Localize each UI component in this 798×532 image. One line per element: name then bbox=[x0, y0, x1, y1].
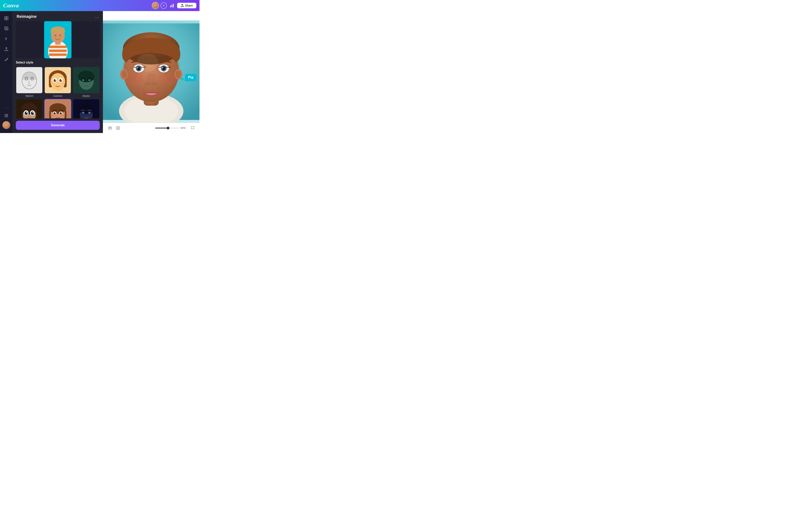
play-button[interactable] bbox=[115, 125, 121, 131]
svg-rect-2 bbox=[173, 4, 174, 7]
analytics-button[interactable] bbox=[168, 2, 175, 9]
svg-point-48 bbox=[60, 82, 64, 84]
sidebar-item-text[interactable]: T bbox=[2, 34, 11, 43]
zoom-slider-thumb[interactable] bbox=[167, 127, 169, 130]
elements-icon bbox=[4, 26, 8, 31]
svg-point-43 bbox=[54, 79, 56, 82]
cartoon-face-svg bbox=[45, 67, 71, 93]
style-item-cartoon[interactable]: Cartoon bbox=[44, 67, 71, 97]
sketch-thumbnail bbox=[16, 67, 42, 93]
svg-point-80 bbox=[78, 103, 94, 114]
style-thumb-anime bbox=[16, 99, 43, 118]
art-face-svg bbox=[45, 99, 71, 118]
style-item-arcane[interactable]: Arcane bbox=[73, 99, 100, 118]
svg-point-11 bbox=[5, 114, 5, 115]
svg-point-44 bbox=[59, 79, 62, 82]
svg-point-77 bbox=[61, 115, 65, 117]
preview-slot-main[interactable] bbox=[44, 21, 72, 58]
svg-point-74 bbox=[55, 112, 55, 113]
svg-point-29 bbox=[54, 35, 56, 37]
header-right: + Share bbox=[152, 2, 196, 9]
svg-point-58 bbox=[21, 103, 37, 114]
style-thumb-cartoon bbox=[44, 67, 71, 94]
svg-point-16 bbox=[7, 115, 8, 116]
mystic-face-svg bbox=[73, 67, 99, 93]
svg-point-13 bbox=[7, 114, 8, 115]
svg-rect-31 bbox=[16, 67, 42, 93]
svg-rect-1 bbox=[172, 4, 172, 7]
style-item-art[interactable]: Art bbox=[44, 99, 71, 118]
style-name-cartoon: Cartoon bbox=[53, 94, 62, 97]
preview-slot-empty-2[interactable] bbox=[72, 21, 100, 58]
sidebar-item-elements[interactable] bbox=[2, 24, 11, 33]
svg-point-100 bbox=[125, 73, 143, 85]
share-icon bbox=[181, 4, 184, 7]
more-options-button[interactable]: ... bbox=[95, 14, 99, 19]
portrait-svg bbox=[103, 21, 200, 123]
zoom-control: 50% bbox=[155, 125, 195, 131]
cartoon-thumbnail bbox=[45, 67, 71, 93]
svg-point-51 bbox=[78, 71, 95, 82]
svg-rect-4 bbox=[6, 16, 8, 18]
style-name-mystic: Mystic bbox=[83, 94, 90, 97]
canvas-content[interactable]: Pia bbox=[103, 21, 200, 123]
share-button[interactable]: Share bbox=[177, 3, 196, 8]
svg-point-65 bbox=[26, 112, 27, 113]
svg-point-117 bbox=[137, 54, 158, 72]
anime-face-svg bbox=[16, 99, 42, 118]
zoom-slider-track[interactable] bbox=[155, 128, 179, 129]
arcane-face-svg bbox=[73, 99, 99, 118]
main-image-frame bbox=[103, 21, 200, 123]
left-panel: Reimagine ... bbox=[13, 11, 103, 133]
panel-header: Reimagine ... bbox=[13, 11, 103, 21]
style-grid-row-2: Anime bbox=[16, 99, 100, 118]
svg-point-72 bbox=[54, 112, 56, 114]
notes-button[interactable] bbox=[107, 125, 113, 131]
preview-slot-empty-1[interactable] bbox=[16, 21, 43, 58]
zoom-percent-label: 50% bbox=[180, 127, 188, 130]
svg-point-66 bbox=[33, 112, 34, 113]
generate-button[interactable]: Generate bbox=[16, 121, 100, 130]
svg-rect-5 bbox=[4, 18, 6, 20]
svg-point-18 bbox=[6, 116, 7, 117]
svg-point-40 bbox=[51, 73, 65, 90]
expand-button[interactable] bbox=[190, 125, 195, 131]
sidebar-item-upload[interactable] bbox=[2, 44, 11, 54]
sidebar-user-avatar[interactable] bbox=[2, 121, 10, 129]
svg-rect-7 bbox=[4, 27, 6, 28]
add-button[interactable]: + bbox=[160, 2, 167, 9]
user-avatar[interactable] bbox=[152, 2, 159, 9]
sidebar-item-draw[interactable] bbox=[2, 55, 11, 64]
svg-point-14 bbox=[5, 115, 5, 116]
style-item-mystic[interactable]: Mystic bbox=[73, 67, 100, 97]
style-thumb-mystic bbox=[73, 67, 100, 94]
play-icon bbox=[116, 126, 120, 130]
select-style-label: Select style bbox=[16, 61, 100, 64]
person-preview-svg bbox=[44, 21, 72, 58]
svg-point-45 bbox=[55, 79, 56, 80]
apps-icon bbox=[4, 113, 8, 118]
svg-text:T: T bbox=[5, 37, 7, 41]
svg-point-101 bbox=[159, 73, 177, 85]
svg-point-102 bbox=[146, 82, 151, 86]
style-item-sketch[interactable]: Sketch bbox=[16, 67, 43, 97]
header: Canva + Share bbox=[0, 0, 200, 11]
svg-point-12 bbox=[6, 114, 7, 115]
svg-point-54 bbox=[82, 79, 84, 81]
sidebar-item-layout[interactable] bbox=[2, 14, 11, 23]
draw-icon bbox=[4, 57, 8, 61]
divider bbox=[2, 108, 10, 109]
sidebar-item-apps[interactable] bbox=[2, 111, 11, 120]
style-thumb-sketch bbox=[16, 67, 43, 94]
svg-rect-0 bbox=[170, 5, 171, 7]
bottom-left-tools bbox=[107, 125, 121, 131]
style-item-anime[interactable]: Anime bbox=[16, 99, 43, 118]
style-name-sketch: Sketch bbox=[25, 94, 33, 97]
style-thumb-arcane bbox=[73, 99, 100, 118]
arcane-thumbnail bbox=[73, 99, 99, 118]
svg-point-69 bbox=[50, 103, 66, 114]
expand-icon bbox=[191, 126, 194, 129]
anime-thumbnail bbox=[16, 99, 42, 118]
svg-point-103 bbox=[151, 82, 157, 86]
svg-point-55 bbox=[89, 79, 91, 81]
